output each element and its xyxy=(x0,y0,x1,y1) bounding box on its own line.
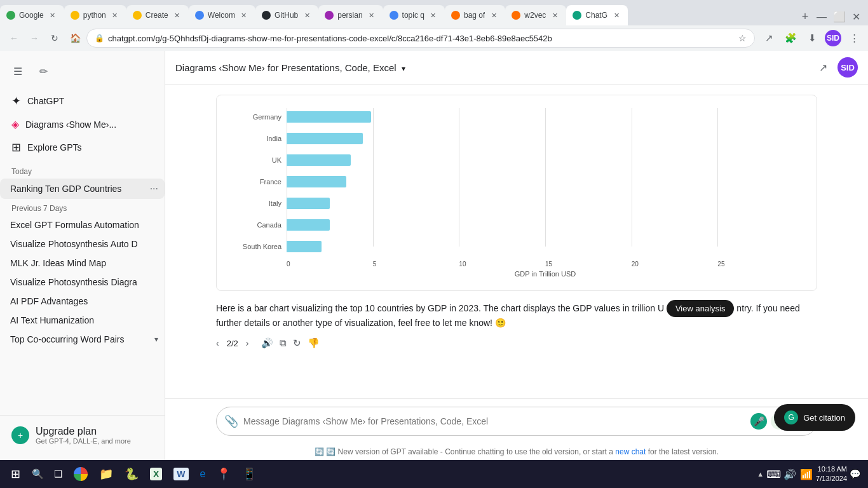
tab-close-github[interactable]: ✕ xyxy=(302,10,312,20)
windows-icon: ⊞ xyxy=(11,467,20,481)
prev-message-button[interactable]: ‹ xyxy=(216,338,219,348)
tab-w2vec[interactable]: w2vec ✕ xyxy=(505,5,566,25)
taskbar-clock[interactable]: 10:18 AM 7/13/2024 xyxy=(816,464,847,484)
tab-create[interactable]: Create ✕ xyxy=(126,5,189,25)
copy-icon[interactable]: ⧉ xyxy=(280,337,287,349)
home-button[interactable]: 🏠 xyxy=(66,29,84,47)
y-label: India xyxy=(229,130,287,147)
start-button[interactable]: ⊞ xyxy=(3,463,28,485)
extensions-button[interactable]: 🧩 xyxy=(782,29,799,47)
view-analysis-button[interactable]: View analysis xyxy=(667,300,735,317)
share-button[interactable]: ↗ xyxy=(760,29,778,47)
sidebar-item-ranking[interactable]: Ranking Ten GDP Countries ··· xyxy=(0,179,165,199)
minimize-button[interactable]: — xyxy=(814,9,829,25)
sidebar-item-ai-text[interactable]: AI Text Humanization xyxy=(0,311,165,330)
tab-close-w2vec[interactable]: ✕ xyxy=(550,10,560,20)
taskbar-edge[interactable]: e xyxy=(195,463,211,485)
sidebar-item-cooccurring[interactable]: Top Co-occurring Word Pairs ▾ xyxy=(0,330,165,349)
download-button[interactable]: ⬇ xyxy=(803,29,821,47)
network-icon[interactable]: 📶 xyxy=(799,467,813,481)
mic-button[interactable]: 🎤 xyxy=(750,413,767,430)
next-message-button[interactable]: › xyxy=(246,338,249,348)
sidebar-item-ai-pdf[interactable]: AI PDF Advantages xyxy=(0,292,165,311)
taskbar-maps[interactable]: 📍 xyxy=(212,463,236,485)
taskbar-word[interactable]: W xyxy=(168,463,193,485)
tab-bag[interactable]: bag of ✕ xyxy=(445,5,505,25)
chevron-icon[interactable]: ▾ xyxy=(154,335,158,344)
taskbar-chevron[interactable]: ▲ xyxy=(757,470,764,478)
taskbar-explorer[interactable]: 📁 xyxy=(94,463,118,485)
tab-close-bag[interactable]: ✕ xyxy=(489,10,499,20)
tab-python[interactable]: python ✕ xyxy=(64,5,126,25)
bookmark-icon[interactable]: ☆ xyxy=(738,33,747,43)
thumbs-down-icon[interactable]: 👎 xyxy=(308,337,320,349)
tab-close-create[interactable]: ✕ xyxy=(172,10,182,20)
taskbar-search[interactable]: 🔍 xyxy=(28,463,48,485)
tab-close-google[interactable]: ✕ xyxy=(48,10,58,20)
forward-button[interactable]: → xyxy=(25,29,43,47)
attach-button[interactable]: 📎 xyxy=(224,414,238,428)
taskbar-excel[interactable]: X xyxy=(145,463,167,485)
sidebar-item-visualize-auto[interactable]: Visualize Photosynthesis Auto D xyxy=(0,234,165,254)
tab-close-topic[interactable]: ✕ xyxy=(428,10,438,20)
sidebar-item-mlk[interactable]: MLK Jr. Ideas Mind Map xyxy=(0,254,165,273)
new-tab-button[interactable]: + xyxy=(796,8,814,25)
sidebar-item-chatgpt[interactable]: ✦ ChatGPT xyxy=(5,89,159,113)
tab-topic[interactable]: topic q ✕ xyxy=(383,5,445,25)
sidebar-item-excel[interactable]: Excel GPT Formulas Automation xyxy=(0,215,165,234)
tab-welcome[interactable]: Welcom ✕ xyxy=(189,5,255,25)
sidebar-item-explore[interactable]: ⊞ Explore GPTs xyxy=(5,135,159,159)
message-counter: 2/2 xyxy=(227,339,238,348)
tab-close-python[interactable]: ✕ xyxy=(110,10,120,20)
tab-favicon-python xyxy=(71,11,79,20)
taskbar-phone[interactable]: 📱 xyxy=(237,463,261,485)
tab-label-github: GitHub xyxy=(275,11,298,20)
tab-close-welcome[interactable]: ✕ xyxy=(239,10,249,20)
bar-row-2 xyxy=(287,151,804,169)
sidebar-item-visualize-diag[interactable]: Visualize Photosynthesis Diagra xyxy=(0,273,165,292)
upgrade-text: Upgrade plan Get GPT-4, DALL-E, and more xyxy=(36,426,131,445)
chatgpt-icon: ✦ xyxy=(11,94,21,108)
taskbar-view[interactable]: ❑ xyxy=(49,463,67,485)
close-button[interactable]: ✕ xyxy=(850,8,863,25)
tab-close-chatgpt[interactable]: ✕ xyxy=(611,10,621,20)
back-button[interactable]: ← xyxy=(5,29,23,47)
volume-icon[interactable]: 🔊 xyxy=(783,467,797,481)
notification-button[interactable]: 💬 xyxy=(850,469,860,479)
date-display: 7/13/2024 xyxy=(816,474,847,484)
python-taskbar-icon: 🐍 xyxy=(125,467,139,481)
tab-github[interactable]: GitHub ✕ xyxy=(255,5,318,25)
tab-persian[interactable]: persian ✕ xyxy=(318,5,383,25)
phone-taskbar-icon: 📱 xyxy=(242,467,256,481)
speaker-icon[interactable]: 🔊 xyxy=(261,337,273,349)
taskbar: ⊞ 🔍 ❑ 📁 🐍 X W e 📍 📱 xyxy=(0,460,868,488)
taskbar-chrome[interactable] xyxy=(69,463,93,485)
sidebar-chatgpt-label: ChatGPT xyxy=(27,96,64,106)
tab-google[interactable]: Google ✕ xyxy=(0,5,64,25)
new-version-end: for the latest version. xyxy=(648,447,719,456)
chat-item-more-icon[interactable]: ··· xyxy=(150,183,158,194)
keyboard-icon[interactable]: ⌨ xyxy=(766,467,780,481)
tab-label-bag: bag of xyxy=(464,11,485,20)
taskbar-python[interactable]: 🐍 xyxy=(119,463,144,485)
reload-button[interactable]: ↻ xyxy=(46,29,64,47)
upgrade-button[interactable]: + Upgrade plan Get GPT-4, DALL-E, and mo… xyxy=(5,421,159,450)
tab-close-persian[interactable]: ✕ xyxy=(367,10,377,20)
tab-chatgpt[interactable]: ChatG ✕ xyxy=(566,5,628,25)
sidebar-toggle-button[interactable]: ☰ xyxy=(8,61,28,81)
app-container: ☰ ✏ ✦ ChatGPT ◈ Diagrams ‹Show Me›... ⊞ … xyxy=(0,51,868,460)
profile-button[interactable]: SID xyxy=(825,30,841,46)
sidebar-item-diagrams[interactable]: ◈ Diagrams ‹Show Me›... xyxy=(5,113,159,135)
share-header-button[interactable]: ↗ xyxy=(813,58,832,77)
new-chat-link[interactable]: new chat xyxy=(615,447,646,456)
get-citation-button[interactable]: G Get citation xyxy=(774,404,855,431)
message-input[interactable] xyxy=(243,416,745,426)
new-chat-button[interactable]: ✏ xyxy=(33,61,53,81)
get-citation-icon: G xyxy=(784,410,798,424)
taskbar-right: ▲ ⌨ 🔊 📶 10:18 AM 7/13/2024 💬 xyxy=(757,464,865,484)
address-bar[interactable]: 🔒 chatgpt.com/g/g-5QhhdsfDj-diagrams-sho… xyxy=(86,29,755,48)
maximize-button[interactable]: ⬜ xyxy=(831,8,848,25)
menu-button[interactable]: ⋮ xyxy=(845,29,863,47)
refresh-icon[interactable]: ↻ xyxy=(293,337,301,349)
browser-chrome: Google ✕ python ✕ Create ✕ Welcom ✕ GitH… xyxy=(0,0,868,51)
